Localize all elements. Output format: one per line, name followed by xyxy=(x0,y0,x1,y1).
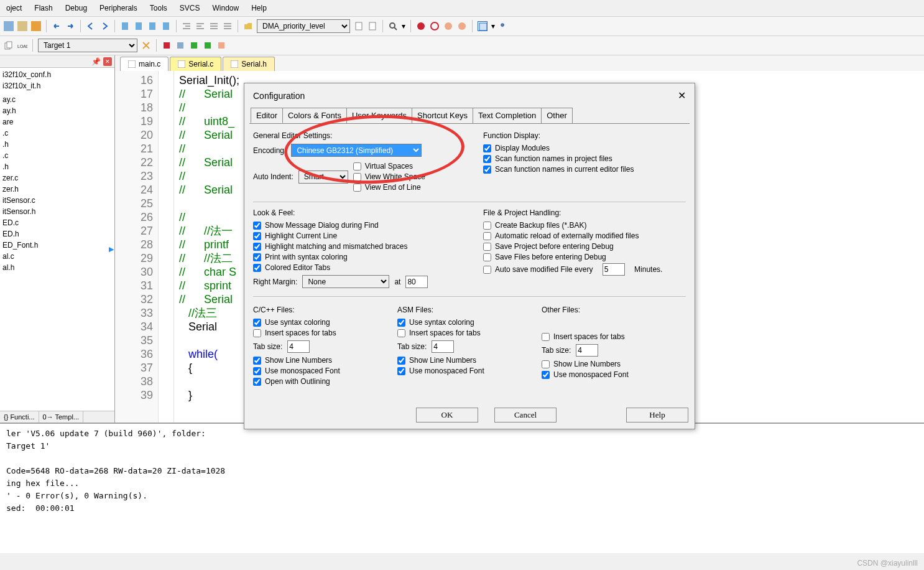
autoindent-select[interactable]: Smart xyxy=(298,171,348,184)
cc-outline-checkbox[interactable] xyxy=(253,378,261,386)
indent-icon[interactable] xyxy=(182,21,192,31)
find-combo[interactable]: DMA_priority_level xyxy=(257,19,350,33)
target-combo[interactable]: Target 1 xyxy=(38,39,137,52)
functions-tab[interactable]: {} Functi... xyxy=(0,411,39,423)
asm-mono-checkbox[interactable] xyxy=(397,367,405,375)
save-project-checkbox[interactable] xyxy=(483,243,491,251)
tab-keywords[interactable]: User Keywords xyxy=(346,108,412,123)
fold-column[interactable] xyxy=(159,71,174,423)
batch-build-icon[interactable] xyxy=(189,40,199,50)
doc-icon[interactable] xyxy=(354,21,364,31)
asm-spaces-checkbox[interactable] xyxy=(397,329,405,337)
doc2-icon[interactable] xyxy=(367,21,377,31)
asm-tabsize-spinner[interactable]: 4 xyxy=(432,340,454,353)
outdent-icon[interactable] xyxy=(195,21,205,31)
multi-doc-icon[interactable] xyxy=(4,40,14,50)
menu-item[interactable]: Peripherals xyxy=(93,2,144,14)
close-icon[interactable]: ✕ xyxy=(103,57,112,66)
cut-icon[interactable] xyxy=(4,21,14,31)
file-item[interactable]: ay.c xyxy=(0,94,114,105)
right-margin-spinner[interactable]: 80 xyxy=(405,276,428,288)
comment-icon[interactable] xyxy=(209,21,219,31)
build-output[interactable]: ler 'V5.06 update 7 (build 960)', folder… xyxy=(0,423,924,553)
stop-build-icon[interactable] xyxy=(203,40,213,50)
download-icon[interactable] xyxy=(216,40,226,50)
cc-spaces-checkbox[interactable] xyxy=(253,329,261,337)
wrench-icon[interactable] xyxy=(499,21,509,31)
menu-item[interactable]: Tools xyxy=(144,2,173,14)
tab-completion[interactable]: Text Completion xyxy=(473,108,542,123)
other-mono-checkbox[interactable] xyxy=(542,371,550,379)
file-item[interactable]: itSensor.h xyxy=(0,206,114,217)
editor-tab-main[interactable]: main.c xyxy=(120,57,169,71)
templates-tab[interactable]: 0→ Templ... xyxy=(39,411,84,423)
nav-forward-icon[interactable] xyxy=(99,21,109,31)
build-icon[interactable] xyxy=(162,40,172,50)
dropdown-arrow-icon[interactable]: ▾ xyxy=(402,22,405,30)
other-tabsize-spinner[interactable]: 4 xyxy=(576,344,598,357)
file-item[interactable]: i32f10x_it.h xyxy=(0,80,114,91)
rebuild-icon[interactable] xyxy=(175,40,185,50)
help-button[interactable]: Help xyxy=(626,408,688,423)
backup-checkbox[interactable] xyxy=(483,222,491,230)
asm-linenum-checkbox[interactable] xyxy=(397,357,405,365)
highlight-braces-checkbox[interactable] xyxy=(253,243,261,251)
file-item[interactable]: zer.c xyxy=(0,172,114,184)
redo-icon[interactable] xyxy=(65,21,75,31)
tab-shortcuts[interactable]: Shortcut Keys xyxy=(412,108,473,123)
paste-icon[interactable] xyxy=(31,21,41,31)
bookmark-icon[interactable] xyxy=(120,21,130,31)
other-spaces-checkbox[interactable] xyxy=(542,333,550,341)
tab-colors[interactable]: Colors & Fonts xyxy=(282,108,347,123)
undo-icon[interactable] xyxy=(52,21,62,31)
highlight-line-checkbox[interactable] xyxy=(253,232,261,240)
menu-item[interactable]: Window xyxy=(206,2,245,14)
display-modules-checkbox[interactable] xyxy=(483,144,491,152)
uncomment-icon[interactable] xyxy=(223,21,233,31)
menu-item[interactable]: Flash xyxy=(28,2,58,14)
breakpoint-all-icon[interactable] xyxy=(443,21,453,31)
menu-item[interactable]: oject xyxy=(0,2,28,14)
show-msg-dialog-checkbox[interactable] xyxy=(253,222,261,230)
cancel-button[interactable]: Cancel xyxy=(494,408,557,423)
cc-tabsize-spinner[interactable]: 4 xyxy=(287,340,310,353)
autosave-spinner[interactable]: 5 xyxy=(603,263,625,276)
dropdown-arrow-icon[interactable]: ▾ xyxy=(491,22,495,30)
save-files-checkbox[interactable] xyxy=(483,253,491,261)
encoding-select[interactable]: Chinese GB2312 (Simplified) xyxy=(291,144,422,157)
file-item[interactable]: al.c xyxy=(0,251,114,262)
close-icon[interactable]: ✕ xyxy=(678,90,686,101)
file-item[interactable]: .c xyxy=(0,150,114,161)
bookmark-clear-icon[interactable] xyxy=(161,21,171,31)
file-item[interactable]: ED.c xyxy=(0,217,114,228)
file-item[interactable]: .h xyxy=(0,139,114,150)
cc-linenum-checkbox[interactable] xyxy=(253,357,261,365)
scan-editor-checkbox[interactable] xyxy=(483,166,491,174)
file-item[interactable]: zer.h xyxy=(0,184,114,195)
right-margin-select[interactable]: None xyxy=(302,275,389,288)
window-icon[interactable] xyxy=(478,21,487,31)
pin-icon[interactable]: 📌 xyxy=(91,57,101,66)
virtual-spaces-checkbox[interactable] xyxy=(353,162,361,171)
file-item[interactable]: .c xyxy=(0,128,114,139)
tab-other[interactable]: Other xyxy=(541,108,573,123)
file-list[interactable]: i32f10x_conf.h i32f10x_it.h ay.c ay.h ar… xyxy=(0,68,114,411)
editor-tab-serial-h[interactable]: Serial.h xyxy=(223,57,275,71)
file-item[interactable]: itSensor.c xyxy=(0,195,114,206)
file-item[interactable]: are xyxy=(0,116,114,128)
colored-tabs-checkbox[interactable] xyxy=(253,264,261,272)
file-item[interactable]: ED.h xyxy=(0,228,114,240)
scan-project-checkbox[interactable] xyxy=(483,155,491,163)
menu-item[interactable]: SVCS xyxy=(173,2,206,14)
folder-icon[interactable] xyxy=(243,21,253,31)
breakpoint-icon[interactable] xyxy=(416,21,426,31)
cc-mono-checkbox[interactable] xyxy=(253,367,261,375)
print-syntax-checkbox[interactable] xyxy=(253,253,261,261)
breakpoint-disable-icon[interactable] xyxy=(430,21,440,31)
autosave-checkbox[interactable] xyxy=(483,266,491,274)
auto-reload-checkbox[interactable] xyxy=(483,232,491,240)
ok-button[interactable]: OK xyxy=(416,408,478,423)
file-item[interactable]: i32f10x_conf.h xyxy=(0,69,114,80)
menu-item[interactable]: Debug xyxy=(59,2,93,14)
view-eol-checkbox[interactable] xyxy=(353,184,361,192)
